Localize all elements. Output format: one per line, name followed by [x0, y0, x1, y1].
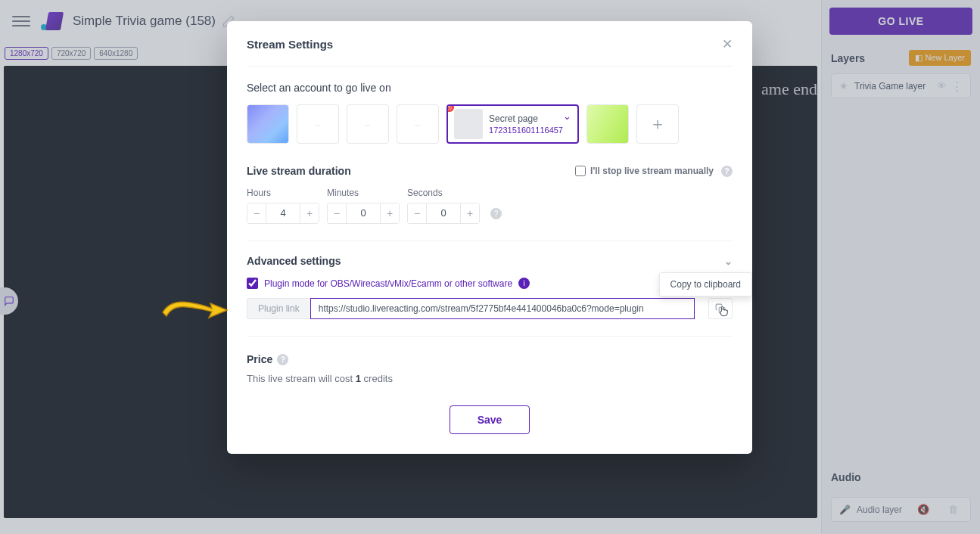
duration-title: Live stream duration	[247, 165, 351, 177]
plugin-link-row: Plugin link	[247, 298, 733, 319]
decrement-button[interactable]: −	[408, 203, 426, 223]
chevron-down-icon[interactable]: ⌄	[724, 256, 733, 267]
seconds-value: 0	[426, 203, 461, 223]
help-icon[interactable]: ?	[721, 166, 733, 177]
hours-stepper[interactable]: − 4 +	[247, 203, 319, 224]
price-title: Price	[247, 353, 272, 365]
help-icon[interactable]: ?	[277, 354, 288, 365]
account-option[interactable]: —	[347, 104, 389, 144]
account-row: — — — ⦸ Secret page 1723151601116457 ⌄ ＋	[247, 104, 733, 144]
advanced-title: Advanced settings	[247, 255, 341, 267]
info-icon[interactable]: i	[518, 278, 530, 289]
help-icon[interactable]: ?	[490, 208, 502, 219]
increment-button[interactable]: +	[300, 203, 319, 223]
minutes-stepper[interactable]: − 0 +	[327, 203, 400, 224]
account-option[interactable]	[247, 104, 289, 144]
decrement-button[interactable]: −	[247, 203, 266, 223]
save-button[interactable]: Save	[450, 405, 530, 434]
account-id: 1723151601116457	[489, 126, 563, 135]
plugin-link-label: Plugin link	[247, 298, 310, 319]
increment-button[interactable]: +	[381, 203, 399, 223]
seconds-stepper[interactable]: − 0 +	[407, 203, 480, 224]
manual-stop-checkbox[interactable]: I'll stop live stream manually ?	[575, 166, 733, 177]
account-thumbnail	[454, 109, 483, 139]
copy-tooltip: Copy to clipboard	[659, 272, 752, 296]
chevron-down-icon[interactable]: ⌄	[563, 110, 571, 122]
modal-overlay[interactable]: Stream Settings ✕ Select an account to g…	[0, 0, 980, 534]
increment-button[interactable]: +	[461, 203, 479, 223]
minutes-value: 0	[346, 203, 381, 223]
seconds-label: Seconds	[407, 188, 480, 198]
manual-stop-input[interactable]	[575, 166, 586, 176]
account-name: Secret page	[489, 113, 563, 124]
manual-stop-label: I'll stop live stream manually	[590, 166, 714, 176]
account-option-selected[interactable]: ⦸ Secret page 1723151601116457 ⌄	[446, 104, 579, 144]
plugin-mode-label: Plugin mode for OBS/Wirecast/vMix/Ecamm …	[264, 278, 512, 289]
select-account-label: Select an account to go live on	[247, 82, 733, 94]
hours-label: Hours	[247, 188, 319, 198]
plugin-link-input[interactable]	[310, 298, 695, 319]
account-option[interactable]: —	[397, 104, 439, 144]
decrement-button[interactable]: −	[328, 203, 346, 223]
minutes-label: Minutes	[327, 188, 400, 198]
hours-value: 4	[266, 203, 300, 223]
stream-settings-modal: Stream Settings ✕ Select an account to g…	[227, 21, 752, 454]
add-account-button[interactable]: ＋	[636, 104, 679, 144]
account-option[interactable]: —	[297, 104, 339, 144]
duration-row: Hours − 4 + Minutes − 0 + Se	[247, 188, 733, 224]
svg-rect-1	[719, 307, 725, 313]
plugin-mode-input[interactable]	[247, 278, 258, 289]
close-icon[interactable]: ✕	[722, 36, 733, 52]
price-text: This live stream will cost 1 credits	[247, 373, 733, 384]
account-option[interactable]	[586, 104, 629, 144]
modal-title: Stream Settings	[247, 38, 333, 51]
copy-button[interactable]	[708, 298, 733, 319]
